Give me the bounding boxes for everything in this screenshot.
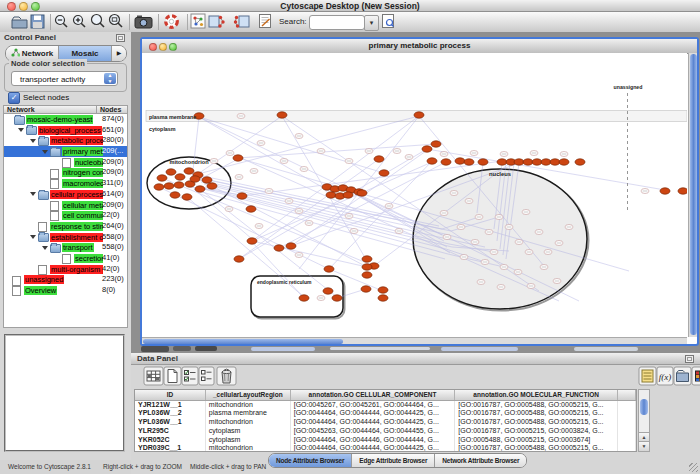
graph-orange-nodes[interactable]	[154, 112, 687, 301]
table-column-header[interactable]: annotation.GO CELLULAR_COMPONENT	[291, 390, 456, 400]
table-cell: plasma membrane	[206, 409, 291, 418]
column-network[interactable]: Network	[4, 106, 97, 113]
expand-arrow-icon[interactable]	[30, 139, 36, 143]
tree-row[interactable]: Overview8(0)	[4, 285, 127, 296]
zoom-selected-icon[interactable]	[110, 15, 123, 28]
background-window-fragment	[173, 346, 191, 351]
network-window-titlebar[interactable]: primary metabolic process	[142, 39, 697, 54]
scrollbar-thumb[interactable]	[640, 399, 648, 415]
tree-row[interactable]: nitrogen compou209(0)	[4, 167, 127, 178]
tree-row[interactable]: metabolic process280(0)	[4, 135, 127, 146]
table-column-header[interactable]: annotation.GO MOLECULAR_FUNCTION	[455, 390, 618, 400]
table-cell: [GO:0016787, GO:0005215, GO:0003824, G..…	[455, 427, 618, 436]
column-nodes[interactable]: Nodes	[97, 106, 127, 113]
search-dropdown-arrow-icon[interactable]: ▾	[364, 15, 379, 31]
heatmap-icon[interactable]	[692, 367, 700, 385]
attribute-select-icon[interactable]	[144, 367, 163, 385]
delete-attribute-icon[interactable]	[217, 367, 236, 385]
expand-arrow-icon[interactable]	[30, 192, 36, 196]
advanced-search-icon[interactable]	[383, 15, 394, 28]
tree-row[interactable]: primary metabolic209(...	[4, 146, 127, 157]
zoom-in-icon[interactable]	[74, 16, 86, 28]
tree-row[interactable]: secretion41(0)	[4, 253, 127, 264]
network-vertical-scrollbar[interactable]	[688, 53, 697, 337]
network-desktop: primary metabolic process plasma membran…	[131, 32, 700, 352]
float-panel-icon[interactable]	[116, 34, 125, 42]
window-titlebar[interactable]: Cytoscape Desktop (New Session)	[0, 0, 700, 12]
attribute-matrix-icon[interactable]	[639, 367, 656, 385]
select-attributes-icon[interactable]	[182, 367, 198, 385]
snapshot-icon[interactable]	[135, 16, 152, 29]
tree-row[interactable]: multi-organism pro42(0)	[4, 264, 127, 275]
search-input[interactable]: ▾	[309, 15, 365, 30]
table-row[interactable]: YPL036W__2plasma membrane[GO:0044464, GO…	[135, 409, 636, 418]
attribute-table[interactable]: ID_cellularLayoutRegionannotation.GO CEL…	[134, 389, 637, 452]
node-color-dropdown[interactable]: transporter activity ▲▼	[11, 71, 118, 86]
graph-edges	[159, 116, 665, 301]
table-cell: [GO:0016787, GO:0005488, GO:0005215, G..…	[455, 418, 618, 427]
tree-row[interactable]: biological_process651(0)	[4, 125, 127, 136]
table-cell: YLR295C	[135, 427, 206, 436]
network-tree[interactable]: mosaic-demo-yeast874(0)biological_proces…	[3, 114, 128, 328]
tree-row[interactable]: transport558(0)	[4, 242, 127, 253]
expand-arrow-icon[interactable]	[42, 150, 48, 154]
select-nodes-checkbox[interactable]: ✓	[8, 92, 20, 104]
table-column-header[interactable]: ID	[135, 390, 206, 400]
import-attributes-icon[interactable]	[674, 367, 691, 385]
table-row[interactable]: YPL036W__1mitochondrion[GO:0044464, GO:0…	[135, 418, 636, 427]
float-data-panel-icon[interactable]	[685, 355, 694, 363]
tree-row[interactable]: unassigned223(0)	[4, 274, 127, 285]
tree-row[interactable]: cell communicati22(0)	[4, 210, 127, 221]
network-window-title: primary metabolic process	[142, 41, 697, 50]
network-canvas-svg[interactable]: plasma membranecytoplasmmitochondrionnuc…	[142, 53, 687, 337]
expand-arrow-icon[interactable]	[42, 246, 48, 250]
data-panel-header[interactable]: Data Panel	[131, 353, 700, 365]
birds-eye-view[interactable]	[4, 334, 125, 452]
new-attribute-icon[interactable]	[164, 367, 181, 385]
network-horizontal-scrollbar[interactable]	[142, 337, 687, 344]
table-column-header[interactable]	[618, 390, 636, 400]
layout-2-icon[interactable]	[234, 16, 249, 28]
help-icon[interactable]	[166, 16, 178, 28]
table-row[interactable]: YDR039C__1mitochondrion[GO:0044464, GO:0…	[135, 444, 636, 452]
tree-row[interactable]: cellular process614(0)	[4, 189, 127, 200]
unselect-attributes-icon[interactable]	[199, 367, 214, 385]
table-row[interactable]: YJR121W__1mitochondrion[GO:0045267, GO:0…	[135, 401, 636, 410]
region-label: nucleus	[489, 171, 511, 177]
tree-row-label: primary metabolic	[62, 147, 103, 156]
network-view-window[interactable]: primary metabolic process plasma membran…	[140, 37, 699, 346]
tab-network-attribute-browser[interactable]: Network Attribute Browser	[435, 454, 526, 467]
zoom-fit-icon[interactable]	[92, 15, 105, 28]
expand-arrow-icon[interactable]	[30, 235, 36, 239]
save-session-icon[interactable]	[31, 15, 44, 28]
scroll-down-icon[interactable]: ▼	[639, 441, 649, 451]
layout-1-icon[interactable]	[209, 16, 225, 28]
table-row[interactable]: YKR052Ccytoplasm[GO:0044464, GO:0044446,…	[135, 436, 636, 445]
tab-overflow-arrow-icon[interactable]: ▶	[112, 46, 126, 61]
tree-row[interactable]: establishment of lo558(0)	[4, 232, 127, 243]
tree-row[interactable]: nucleobase-conta209(0)	[4, 157, 127, 168]
tree-row[interactable]: mosaic-demo-yeast874(0)	[4, 114, 127, 125]
zoom-out-icon[interactable]	[56, 16, 68, 28]
table-cell	[618, 427, 636, 436]
node-color-selection-group: Node color selection transporter activit…	[4, 63, 127, 92]
svg-text:f(x): f(x)	[659, 372, 672, 382]
resize-grip	[689, 463, 698, 472]
function-builder-icon[interactable]: f(x)	[657, 367, 673, 385]
tab-node-attribute-browser[interactable]: Node Attribute Browser	[269, 454, 352, 467]
tab-edge-attribute-browser[interactable]: Edge Attribute Browser	[352, 454, 435, 467]
dropdown-stepper-icon[interactable]: ▲▼	[104, 73, 116, 84]
search-label: Search:	[279, 17, 307, 26]
tree-row[interactable]: cellular metaboli209(0)	[4, 200, 127, 211]
network-canvas[interactable]: plasma membranecytoplasmmitochondrionnuc…	[142, 53, 687, 337]
annotation-icon[interactable]	[260, 15, 271, 28]
table-column-header[interactable]: _cellularLayoutRegion	[206, 390, 291, 400]
expand-arrow-icon[interactable]	[18, 128, 24, 132]
search-text-input[interactable]	[312, 16, 352, 28]
tree-row[interactable]: macromolecule311(0)	[4, 178, 127, 189]
open-session-icon[interactable]	[12, 17, 27, 28]
table-row[interactable]: YLR295Ccytoplasm[GO:0045263, GO:0044464,…	[135, 427, 636, 436]
table-scrollbar[interactable]: ▲ ▼	[638, 389, 650, 452]
network-overview-icon[interactable]	[191, 14, 205, 28]
tree-row[interactable]: response to stimul264(0)	[4, 221, 127, 232]
